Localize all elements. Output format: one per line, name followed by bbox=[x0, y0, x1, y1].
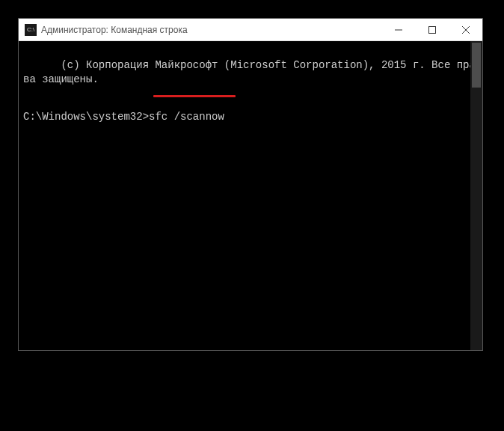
svg-rect-1 bbox=[428, 26, 435, 33]
console-content: (с) Корпорация Майкрософт (Microsoft Cor… bbox=[19, 41, 482, 155]
close-icon bbox=[462, 26, 470, 34]
prompt-path: C:\Windows\system32> bbox=[23, 111, 149, 123]
close-button[interactable] bbox=[449, 19, 482, 40]
minimize-icon bbox=[395, 26, 402, 34]
command-input[interactable]: sfc /scannow bbox=[149, 111, 224, 123]
console-area[interactable]: (с) Корпорация Майкрософт (Microsoft Cor… bbox=[19, 41, 482, 350]
maximize-button[interactable] bbox=[415, 19, 449, 40]
copyright-text: (с) Корпорация Майкрософт (Microsoft Cor… bbox=[23, 59, 476, 85]
window-controls bbox=[381, 19, 482, 40]
window-title: Администратор: Командная строка bbox=[41, 25, 381, 35]
cmd-window: C:\ Администратор: Командная строка (с) … bbox=[18, 18, 483, 351]
scrollbar-thumb[interactable] bbox=[472, 43, 481, 88]
minimize-button[interactable] bbox=[381, 19, 415, 40]
scrollbar-track[interactable] bbox=[470, 41, 482, 350]
maximize-icon bbox=[428, 26, 436, 34]
annotation-underline bbox=[153, 95, 236, 97]
cmd-icon: C:\ bbox=[25, 24, 37, 36]
prompt-line: C:\Windows\system32>sfc /scannow bbox=[23, 110, 478, 124]
titlebar[interactable]: C:\ Администратор: Командная строка bbox=[19, 19, 482, 41]
